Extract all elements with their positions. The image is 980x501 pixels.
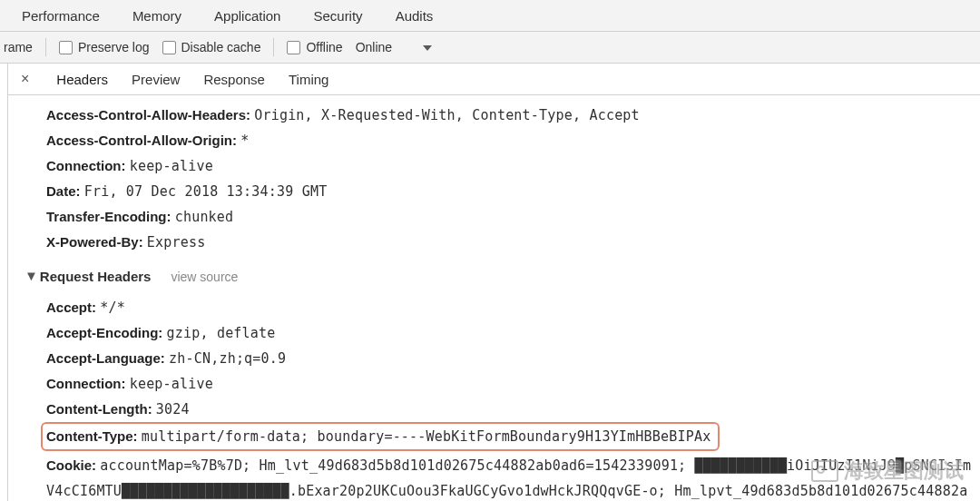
request-headers-section[interactable]: ▼Request Headersview source — [24, 264, 975, 290]
tab-application[interactable]: Application — [214, 8, 280, 24]
preserve-log-checkbox[interactable]: Preserve log — [59, 40, 150, 54]
network-toolbar: rame Preserve log Disable cache Offline … — [0, 32, 980, 64]
header-row: Access-Control-Allow-Headers: Origin, X-… — [24, 103, 975, 128]
header-row: Connection: keep-alive — [24, 153, 975, 179]
throttling-select[interactable]: Online — [356, 40, 432, 54]
header-row: Access-Control-Allow-Origin: * — [24, 128, 975, 153]
wechat-icon — [811, 460, 838, 482]
divider — [45, 38, 46, 56]
tab-response[interactable]: Response — [203, 72, 265, 87]
tab-preview[interactable]: Preview — [132, 72, 180, 87]
chevron-down-icon — [423, 45, 432, 51]
tab-audits[interactable]: Audits — [396, 8, 434, 24]
tab-security[interactable]: Security — [313, 8, 362, 24]
header-row: Accept: */* — [24, 295, 975, 320]
offline-checkbox[interactable]: Offline — [287, 40, 342, 54]
view-source-link[interactable]: view source — [171, 270, 238, 284]
header-row-content-type: Content-Type: multipart/form-data; bound… — [24, 422, 975, 451]
header-row: Connection: keep-alive — [24, 371, 975, 397]
requests-list-sliver — [0, 64, 8, 501]
frame-label: rame — [4, 40, 33, 54]
request-detail-tabs: × Headers Preview Response Timing — [8, 64, 980, 95]
disable-cache-checkbox[interactable]: Disable cache — [162, 40, 261, 54]
headers-panel: Access-Control-Allow-Headers: Origin, X-… — [8, 95, 980, 501]
close-icon[interactable]: × — [21, 71, 29, 87]
tab-timing[interactable]: Timing — [289, 72, 328, 87]
devtools-top-tabs: Performance Memory Application Security … — [0, 0, 980, 32]
header-row: Accept-Language: zh-CN,zh;q=0.9 — [24, 346, 975, 371]
header-row: Content-Length: 3024 — [24, 397, 975, 422]
header-row: Date: Fri, 07 Dec 2018 13:34:39 GMT — [24, 179, 975, 204]
tab-performance[interactable]: Performance — [22, 8, 100, 24]
divider — [273, 38, 274, 56]
header-row: Accept-Encoding: gzip, deflate — [24, 320, 975, 346]
disclosure-triangle-icon[interactable]: ▼ — [24, 263, 38, 288]
tab-memory[interactable]: Memory — [132, 8, 181, 24]
header-row: Transfer-Encoding: chunked — [24, 204, 975, 230]
tab-headers[interactable]: Headers — [56, 72, 108, 87]
header-row: X-Powered-By: Express — [24, 230, 975, 255]
watermark: 海致星图测试 — [811, 457, 964, 485]
